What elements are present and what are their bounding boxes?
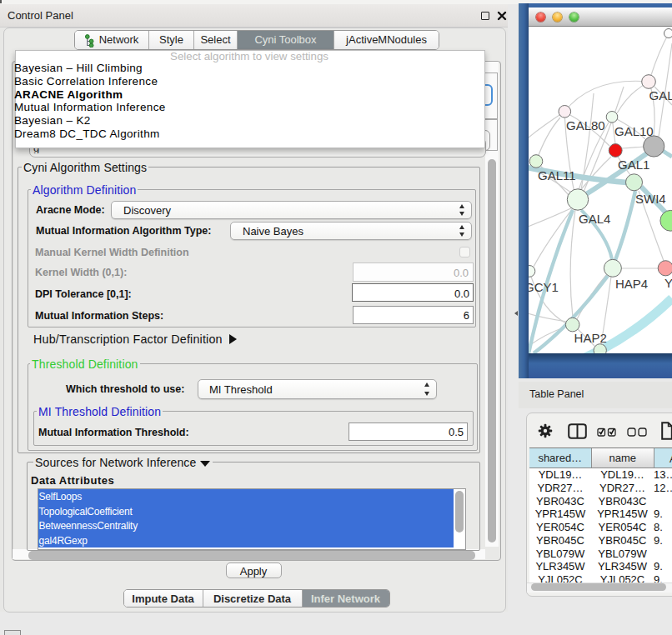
svg-text:GCY1: GCY1 <box>529 280 559 294</box>
svg-text:GAL10: GAL10 <box>614 124 654 138</box>
svg-text:GAL11: GAL11 <box>538 168 576 182</box>
svg-text:HAP4: HAP4 <box>615 277 648 291</box>
svg-text:HAP2: HAP2 <box>574 331 607 345</box>
svg-text:GAL7: GAL7 <box>649 88 672 102</box>
svg-text:SWI4: SWI4 <box>635 192 666 206</box>
svg-text:YD: YD <box>664 276 672 290</box>
svg-text:GAL1: GAL1 <box>618 158 649 172</box>
svg-text:GAL80: GAL80 <box>566 118 605 132</box>
svg-text:GAL4: GAL4 <box>579 212 610 226</box>
